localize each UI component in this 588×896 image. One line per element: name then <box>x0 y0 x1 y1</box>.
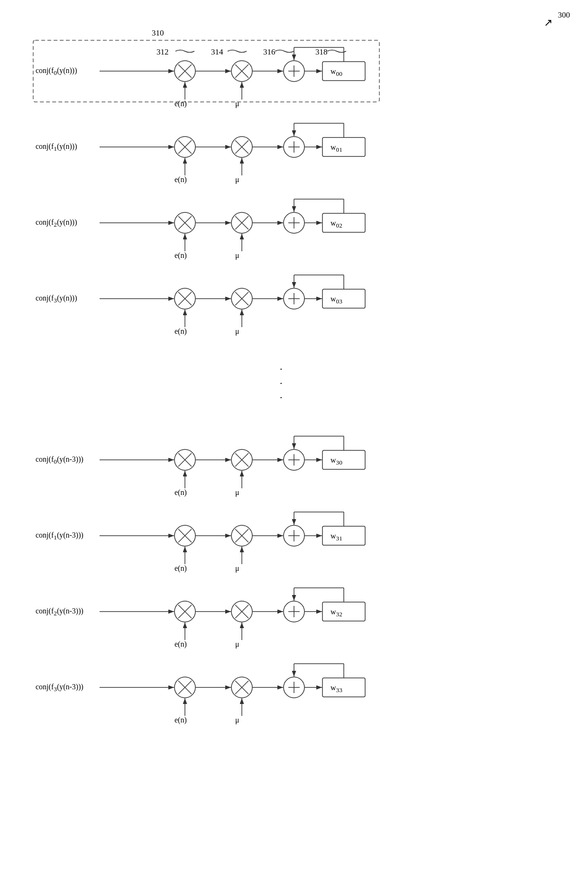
label-row5: conj(f1(y(n-3))) <box>36 531 83 541</box>
weight-row6: w32 <box>331 608 342 618</box>
label-row0: conj(f0(y(n))) <box>36 66 77 77</box>
en-label-row2: e(n) <box>175 251 187 260</box>
svg-rect-127 <box>322 602 365 621</box>
diagram-container: 300 310 312 314 316 318 ↗ <box>0 0 588 896</box>
weight-row2: w02 <box>331 219 342 229</box>
svg-rect-32 <box>322 137 365 156</box>
svg-rect-108 <box>322 526 365 545</box>
mu-label-row2: μ <box>235 251 239 260</box>
weight-row1: w01 <box>331 143 342 154</box>
label-row6: conj(f2(y(n-3))) <box>36 607 83 617</box>
mu-label-row5: μ <box>235 564 239 573</box>
dots: . <box>280 360 285 373</box>
mu-label-row7: μ <box>235 716 239 724</box>
svg-rect-89 <box>322 450 365 469</box>
en-label-row1: e(n) <box>175 175 187 184</box>
dots3: . <box>280 389 285 401</box>
svg-rect-146 <box>322 678 365 697</box>
svg-rect-13 <box>322 62 365 81</box>
mu-label-row1: μ <box>235 175 239 184</box>
label-row7: conj(f3(y(n-3))) <box>36 683 83 693</box>
mu-label-row0: μ <box>235 100 239 108</box>
dots2: . <box>280 375 285 387</box>
label-row4: conj(f0(y(n-3))) <box>36 455 83 466</box>
diagram-svg <box>0 0 588 896</box>
mu-label-row4: μ <box>235 488 239 497</box>
en-label-row5: e(n) <box>175 564 187 573</box>
en-label-row3: e(n) <box>175 327 187 336</box>
en-label-row7: e(n) <box>175 716 187 724</box>
en-label-row0: e(n) <box>175 100 187 108</box>
mu-label-row6: μ <box>235 640 239 649</box>
label-row1: conj(f1(y(n))) <box>36 142 77 153</box>
mu-label-row3: μ <box>235 327 239 336</box>
label-row2: conj(f2(y(n))) <box>36 218 77 229</box>
en-label-row4: e(n) <box>175 488 187 497</box>
weight-row4: w30 <box>331 456 342 466</box>
label-row3: conj(f3(y(n))) <box>36 294 77 304</box>
weight-row7: w33 <box>331 684 342 694</box>
en-label-row6: e(n) <box>175 640 187 649</box>
weight-row5: w31 <box>331 532 342 542</box>
svg-rect-51 <box>322 213 365 232</box>
weight-row0: w00 <box>331 67 342 78</box>
svg-rect-70 <box>322 289 365 308</box>
weight-row3: w03 <box>331 295 342 305</box>
